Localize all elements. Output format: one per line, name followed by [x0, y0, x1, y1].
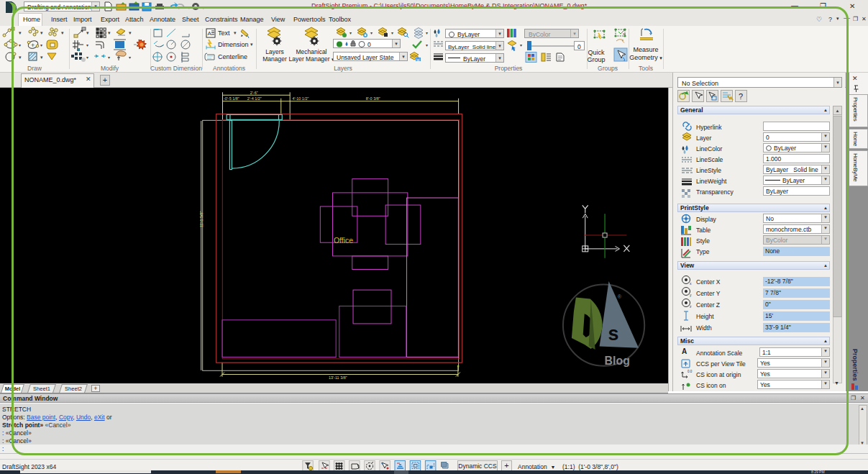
svg-text:▾: ▾	[40, 55, 43, 60]
svg-text:Office: Office	[334, 237, 353, 245]
svg-text:0.0: 0.0	[687, 370, 693, 373]
svg-text:®: ®	[617, 293, 621, 300]
svg-text:y: y	[690, 293, 692, 297]
svg-text:▾: ▾	[520, 43, 522, 47]
svg-text:▾: ▾	[19, 30, 22, 35]
svg-text:▾: ▾	[61, 30, 64, 35]
svg-text:A: A	[208, 30, 212, 37]
svg-text:▾: ▾	[86, 55, 88, 60]
svg-text:▾: ▾	[188, 5, 191, 10]
svg-text:▾: ▾	[370, 31, 373, 35]
svg-text:?: ?	[739, 92, 743, 101]
svg-text:▾: ▾	[129, 30, 132, 35]
svg-text:▾: ▾	[178, 5, 181, 10]
svg-text:2'-4 1/2": 2'-4 1/2"	[247, 96, 262, 101]
svg-text:13'-11 3/8": 13'-11 3/8"	[329, 375, 347, 380]
svg-text:▾: ▾	[86, 43, 88, 47]
svg-text:▾: ▾	[391, 31, 393, 35]
svg-text:0: 0	[367, 41, 371, 48]
svg-text:s: s	[608, 323, 619, 345]
svg-text:▾: ▾	[108, 30, 111, 35]
svg-text:▾: ▾	[426, 43, 428, 47]
svg-text:8'-0 3/8": 8'-0 3/8"	[366, 96, 380, 101]
svg-text:2'-6": 2'-6"	[250, 91, 258, 95]
svg-text:A: A	[682, 347, 687, 355]
svg-text:11'-1 5/8": 11'-1 5/8"	[199, 211, 204, 227]
svg-text:▾: ▾	[350, 31, 352, 35]
svg-text:▾: ▾	[108, 55, 110, 60]
svg-text:z: z	[690, 304, 692, 309]
svg-text:▾: ▾	[86, 30, 89, 35]
svg-text:Blog: Blog	[605, 355, 630, 367]
svg-text:▾: ▾	[202, 5, 205, 10]
svg-text:lal: lal	[416, 58, 420, 62]
svg-text:x: x	[690, 281, 692, 286]
svg-text:-0'-5 1/8": -0'-5 1/8"	[224, 96, 239, 101]
svg-text:4'-10 1/2": 4'-10 1/2"	[292, 96, 309, 101]
svg-text:▾: ▾	[129, 55, 131, 60]
svg-text:▾: ▾	[19, 43, 21, 47]
svg-text:▾: ▾	[40, 30, 43, 35]
svg-text:▾: ▾	[19, 55, 22, 60]
svg-text:▾: ▾	[426, 31, 428, 35]
svg-text:+: +	[31, 42, 35, 49]
svg-text:▾: ▾	[40, 43, 42, 47]
